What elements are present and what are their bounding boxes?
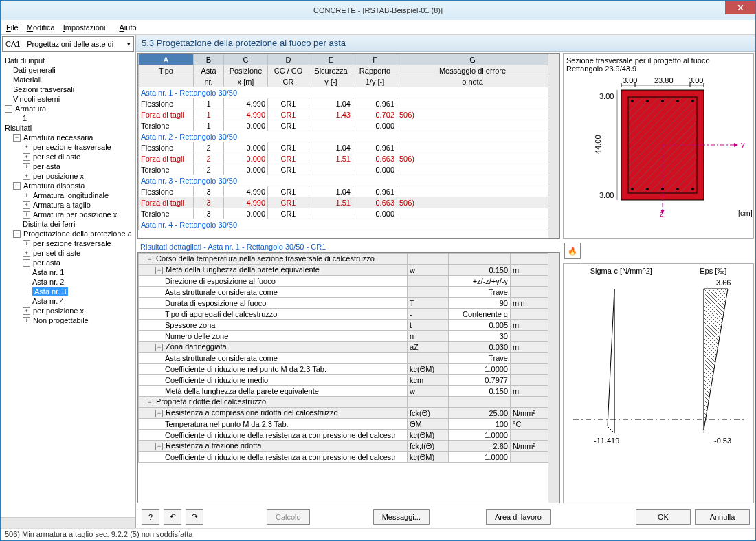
tree-expand-icon[interactable]: + — [23, 144, 30, 151]
detail-label[interactable]: Direzione di esposizione al fuoco — [139, 276, 408, 287]
tree-per-asta[interactable]: −per asta — [2, 258, 134, 267]
tree-item[interactable]: +Non progettabile — [2, 316, 134, 325]
detail-label[interactable]: −Proprietà ridotte del calcestruzzo — [139, 397, 408, 408]
menu-file[interactable]: File — [6, 23, 19, 32]
grid-cell[interactable]: 0.000 — [224, 142, 268, 153]
fire-toggle-button[interactable]: 🔥 — [564, 243, 581, 259]
grid-cell[interactable]: 1 — [194, 120, 224, 131]
grid-cell[interactable]: CR1 — [268, 153, 309, 164]
grid-cell[interactable]: 2 — [194, 164, 224, 175]
group-header[interactable]: Asta nr. 4 - Rettangolo 30/50 — [139, 219, 548, 230]
details-scrollbar-v[interactable] — [548, 253, 559, 503]
grid-cell[interactable]: 1.51 — [309, 153, 353, 164]
tree-item[interactable]: Vincoli esterni — [2, 94, 134, 104]
group-header[interactable]: Asta nr. 3 - Rettangolo 30/50 — [139, 175, 548, 186]
grid-cell[interactable]: 3 — [194, 208, 224, 219]
grid-cell[interactable]: 4.990 — [224, 109, 268, 120]
menu-settings[interactable]: Impostazioni — [63, 23, 106, 32]
tree-item[interactable]: Distinta dei ferri — [2, 219, 134, 229]
detail-label[interactable]: Coefficiente di riduzione della resisten… — [139, 430, 408, 441]
grid-cell[interactable]: 0.000 — [353, 164, 397, 175]
grid-cell[interactable]: 0.663 — [353, 197, 397, 208]
grid-cell[interactable]: 0.702 — [353, 109, 397, 120]
grid-cell[interactable]: Torsione — [139, 164, 194, 175]
grid-cell[interactable]: 506) — [397, 109, 548, 120]
menu-help[interactable]: Aiuto — [119, 23, 136, 32]
tree-expand-icon[interactable]: + — [23, 153, 30, 161]
grid-cell[interactable]: Forza di tagli — [139, 197, 194, 208]
detail-label[interactable]: Temperatura nel punto M da 2.3 Tab. — [139, 419, 408, 430]
tree-item[interactable]: +per set di aste — [2, 248, 134, 258]
grid-cell[interactable]: CR1 — [268, 208, 309, 219]
grid-cell[interactable]: Forza di tagli — [139, 109, 194, 120]
case-dropdown[interactable]: CA1 - Progettazioni delle aste di — [2, 36, 134, 52]
help-button[interactable]: ? — [142, 509, 159, 525]
grid-cell[interactable]: 506) — [397, 197, 548, 208]
tree-expand-icon[interactable]: + — [23, 317, 30, 324]
grid-cell[interactable] — [397, 186, 548, 197]
grid-cell[interactable] — [397, 208, 548, 219]
grid-cell[interactable]: 0.000 — [353, 208, 397, 219]
tree-item[interactable]: +per sezione trasversale — [2, 142, 134, 152]
grid-cell[interactable]: Flessione — [139, 142, 194, 153]
grid-cell[interactable] — [397, 120, 548, 131]
grid-cell[interactable]: 0.000 — [353, 120, 397, 131]
grid-cell[interactable]: 4.990 — [224, 186, 268, 197]
grid-cell[interactable] — [397, 98, 548, 109]
tree-item[interactable]: +Armatura a taglio — [2, 200, 134, 210]
tree-expand-icon[interactable]: + — [23, 240, 30, 247]
workspace-button[interactable]: Area di lavoro — [486, 509, 551, 525]
tree-asta4[interactable]: Asta nr. 4 — [2, 296, 134, 306]
grid-cell[interactable]: 0.961 — [353, 186, 397, 197]
tree-arm-disposta[interactable]: −Armatura disposta — [2, 181, 134, 190]
tree-asta1[interactable]: Asta nr. 1 — [2, 267, 134, 277]
grid-cell[interactable]: 0.961 — [353, 142, 397, 153]
tree-expand-icon[interactable]: + — [23, 192, 30, 199]
tree-expand-icon[interactable]: + — [23, 201, 30, 209]
grid-cell[interactable]: 0.961 — [353, 98, 397, 109]
detail-label[interactable]: −Resistenza a compressione ridotta del c… — [139, 408, 408, 419]
grid-cell[interactable]: Torsione — [139, 208, 194, 219]
next-button[interactable]: ↷ — [186, 509, 203, 525]
grid-cell[interactable]: 1.04 — [309, 98, 353, 109]
tree-expand-icon[interactable]: + — [23, 307, 30, 315]
grid-cell[interactable]: Flessione — [139, 98, 194, 109]
tree-input[interactable]: Dati di input — [2, 56, 134, 65]
detail-label[interactable]: Numero delle zone — [139, 331, 408, 342]
grid-cell[interactable]: Flessione — [139, 186, 194, 197]
navigator-tree[interactable]: Dati di input Dati generali Materiali Se… — [1, 53, 135, 517]
grid-scrollbar-v[interactable] — [548, 54, 559, 238]
grid-cell[interactable]: CR1 — [268, 197, 309, 208]
grid-cell[interactable] — [397, 142, 548, 153]
detail-label[interactable]: −Zona danneggiata — [139, 342, 408, 353]
tree-item[interactable]: +per posizione x — [2, 171, 134, 181]
grid-cell[interactable] — [309, 208, 353, 219]
detail-label[interactable]: Asta strutturale considerata come — [139, 353, 408, 364]
grid-cell[interactable]: 4.990 — [224, 197, 268, 208]
detail-label[interactable]: Spessore zona — [139, 320, 408, 331]
grid-cell[interactable]: 0.000 — [224, 208, 268, 219]
tree-item[interactable]: 1 — [2, 113, 134, 123]
tree-item[interactable]: +Armatura per posizione x — [2, 210, 134, 219]
messages-button[interactable]: Messaggi... — [373, 509, 430, 525]
grid-cell[interactable]: 0.000 — [224, 164, 268, 175]
grid-cell[interactable]: 0.663 — [353, 153, 397, 164]
detail-label[interactable]: −Resistenza a trazione ridotta — [139, 441, 408, 452]
detail-label[interactable]: −Corso della temperatura nella sezione t… — [139, 254, 408, 265]
grid-cell[interactable]: 4.990 — [224, 98, 268, 109]
tree-item[interactable]: +per posizione x — [2, 306, 134, 316]
grid-cell[interactable]: 3 — [194, 197, 224, 208]
grid-cell[interactable]: CR1 — [268, 109, 309, 120]
cancel-button[interactable]: Annulla — [695, 509, 750, 525]
details-grid[interactable]: −Corso della temperatura nella sezione t… — [137, 252, 560, 503]
grid-cell[interactable]: 1 — [194, 98, 224, 109]
tree-arm-necessaria[interactable]: −Armatura necessaria — [2, 133, 134, 142]
grid-cell[interactable] — [397, 164, 548, 175]
results-grid[interactable]: AB CD EF G TipoAstaPosizione CC / COSicu… — [137, 53, 560, 239]
grid-cell[interactable]: CR1 — [268, 186, 309, 197]
grid-cell[interactable]: 2 — [194, 142, 224, 153]
tree-collapse-icon[interactable]: − — [13, 134, 21, 142]
tree-item[interactable]: Dati generali — [2, 65, 134, 75]
grid-cell[interactable]: 3 — [194, 186, 224, 197]
tree-scrollbar-h[interactable] — [1, 517, 135, 528]
